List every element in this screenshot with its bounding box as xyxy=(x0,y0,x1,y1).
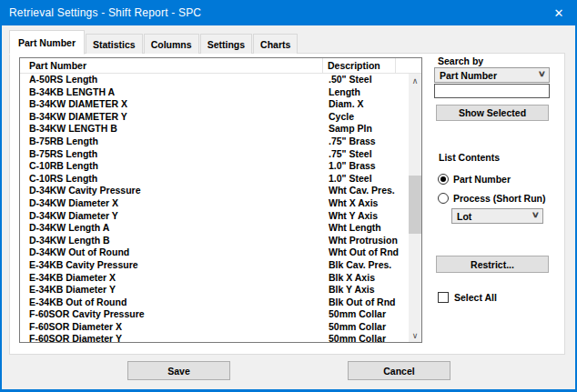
table-row[interactable]: E-34KB Diameter Y Blk Y Axis xyxy=(20,284,409,297)
description-cell: Cycle xyxy=(323,111,409,124)
description-cell: .75" Brass xyxy=(323,136,409,148)
restrict-button[interactable]: Restrict... xyxy=(436,256,549,273)
search-by-dropdown[interactable]: Part Number ∨ xyxy=(434,67,550,83)
part-number-cell: B-34KW DIAMETER Y xyxy=(20,111,323,124)
description-cell: Wht Y Axis xyxy=(323,210,409,223)
part-number-cell: D-34KW Out of Round xyxy=(20,246,323,259)
radio-process-short-run[interactable]: Process (Short Run) xyxy=(438,193,546,204)
description-cell: Blk X Axis xyxy=(323,272,409,285)
table-row[interactable]: D-34KW Length B Wht Protrusion xyxy=(20,235,409,247)
tab-strip: Part Number Statistics Columns Settings … xyxy=(9,29,299,54)
column-header-description[interactable]: Description xyxy=(323,58,396,73)
part-number-cell: D-34KW Length A xyxy=(20,222,323,235)
description-cell: .75" Steel xyxy=(323,148,409,161)
column-header-filler xyxy=(396,58,421,73)
description-cell: Wht Length xyxy=(323,222,409,235)
search-input[interactable] xyxy=(434,84,550,98)
tab-settings[interactable]: Settings xyxy=(200,34,252,54)
description-cell: 50mm Collar xyxy=(323,321,409,334)
description-cell: Blk Out of Rnd xyxy=(323,297,409,309)
part-number-cell: E-34KB Diameter Y xyxy=(20,284,323,297)
description-cell: 50mm Collar xyxy=(323,333,409,342)
description-cell: .50" Steel xyxy=(323,74,409,86)
radio-part-number[interactable]: Part Number xyxy=(438,174,511,185)
table-row[interactable]: F-60SOR Diameter Y 50mm Collar xyxy=(20,333,409,342)
table-row[interactable]: E-34KB Out of Round Blk Out of Rnd xyxy=(20,297,409,309)
search-by-label: Search by xyxy=(438,55,483,66)
part-number-cell: C-10RS Length xyxy=(20,173,323,186)
dialog-body: Part Number Statistics Columns Settings … xyxy=(2,25,575,389)
part-list: Part Number Description A-50RS Length .5… xyxy=(19,57,422,343)
description-cell: 50mm Collar xyxy=(323,308,409,321)
table-row[interactable]: D-34KW Out of Round Wht Out of Rnd xyxy=(20,246,409,259)
window-title: Retrieval Settings - Shift Report - SPC xyxy=(0,6,201,19)
part-number-cell: E-34KB Cavity Pressure xyxy=(20,259,323,272)
part-number-cell: E-34KB Out of Round xyxy=(20,297,323,309)
table-row[interactable]: E-34KB Cavity Pressure Blk Cav. Pres. xyxy=(20,259,409,272)
description-cell: 1.0" Steel xyxy=(323,173,409,186)
part-number-cell: B-34KW LENGTH B xyxy=(20,123,323,136)
select-all-label: Select All xyxy=(454,292,497,303)
radio-off-icon xyxy=(438,193,449,204)
table-row[interactable]: B-34KW DIAMETER X Diam. X xyxy=(20,98,409,111)
part-number-cell: F-60SOR Diameter X xyxy=(20,321,323,334)
part-number-cell: F-60SOR Cavity Pressure xyxy=(20,308,323,321)
scroll-up-icon[interactable]: ∧ xyxy=(409,74,421,87)
description-cell: Wht X Axis xyxy=(323,197,409,210)
table-row[interactable]: B-75RB Length .75" Brass xyxy=(20,136,409,148)
vertical-scrollbar[interactable]: ∧ ∨ xyxy=(409,74,421,342)
part-number-cell: D-34KW Length B xyxy=(20,235,323,247)
table-row[interactable]: F-60SOR Diameter X 50mm Collar xyxy=(20,321,409,334)
table-row[interactable]: B-34KW LENGTH B Samp Pln xyxy=(20,123,409,136)
description-cell: Blk Cav. Pres. xyxy=(323,259,409,272)
table-row[interactable]: B-34KB LENGTH A Length xyxy=(20,86,409,99)
part-number-cell: B-75RB Length xyxy=(20,136,323,148)
table-row[interactable]: D-34KW Diameter X Wht X Axis xyxy=(20,197,409,210)
chevron-down-icon: ∨ xyxy=(538,69,546,78)
show-selected-button[interactable]: Show Selected xyxy=(436,105,549,121)
description-cell: Wht Cav. Pres. xyxy=(323,185,409,197)
tab-statistics[interactable]: Statistics xyxy=(86,34,143,54)
part-number-cell: B-75RS Length xyxy=(20,148,323,161)
cancel-button[interactable]: Cancel xyxy=(348,361,450,380)
table-row[interactable]: C-10RB Length 1.0" Brass xyxy=(20,160,409,173)
list-contents-label: List Contents xyxy=(439,152,500,163)
table-row[interactable]: C-10RS Length 1.0" Steel xyxy=(20,173,409,186)
part-number-cell: E-34KB Diameter X xyxy=(20,272,323,285)
tab-part-number[interactable]: Part Number xyxy=(9,30,85,55)
table-row[interactable]: F-60SOR Cavity Pressure 50mm Collar xyxy=(20,308,409,321)
part-number-cell: B-34KW DIAMETER X xyxy=(20,98,323,111)
description-cell: Samp Pln xyxy=(323,123,409,136)
part-number-cell: D-34KW Cavity Pressure xyxy=(20,185,323,197)
description-cell: 1.0" Brass xyxy=(323,160,409,173)
list-header: Part Number Description xyxy=(20,58,421,74)
scroll-down-icon[interactable]: ∨ xyxy=(409,328,421,342)
dialog-window: Retrieval Settings - Shift Report - SPC … xyxy=(0,0,577,392)
table-row[interactable]: D-34KW Cavity Pressure Wht Cav. Pres. xyxy=(20,185,409,197)
description-cell: Wht Protrusion xyxy=(323,235,409,247)
table-row[interactable]: E-34KB Diameter X Blk X Axis xyxy=(20,272,409,285)
table-row[interactable]: D-34KW Diameter Y Wht Y Axis xyxy=(20,210,409,223)
close-icon[interactable]: ✕ xyxy=(541,0,577,25)
description-cell: Blk Y Axis xyxy=(323,284,409,297)
part-number-cell: D-34KW Diameter Y xyxy=(20,210,323,223)
description-cell: Wht Out of Rnd xyxy=(323,246,409,259)
select-all-checkbox[interactable]: Select All xyxy=(438,292,497,303)
radio-process-label: Process (Short Run) xyxy=(453,193,546,204)
tab-charts[interactable]: Charts xyxy=(253,34,298,54)
part-number-cell: D-34KW Diameter X xyxy=(20,197,323,210)
tab-pane: Part Number Description A-50RS Length .5… xyxy=(9,53,565,355)
tab-columns[interactable]: Columns xyxy=(144,34,199,54)
column-header-part-number[interactable]: Part Number xyxy=(20,58,323,73)
table-row[interactable]: B-75RS Length .75" Steel xyxy=(20,148,409,161)
process-dropdown[interactable]: Lot ∨ xyxy=(451,208,543,224)
table-row[interactable]: B-34KW DIAMETER Y Cycle xyxy=(20,111,409,124)
scrollbar-thumb[interactable] xyxy=(409,176,421,234)
list-rows: A-50RS Length .50" Steel B-34KB LENGTH A… xyxy=(20,74,409,342)
table-row[interactable]: A-50RS Length .50" Steel xyxy=(20,74,409,86)
checkbox-unchecked-icon xyxy=(438,292,449,303)
process-dropdown-value: Lot xyxy=(457,211,471,222)
save-button[interactable]: Save xyxy=(127,361,230,380)
table-row[interactable]: D-34KW Length A Wht Length xyxy=(20,222,409,235)
part-number-cell: B-34KB LENGTH A xyxy=(20,86,323,99)
